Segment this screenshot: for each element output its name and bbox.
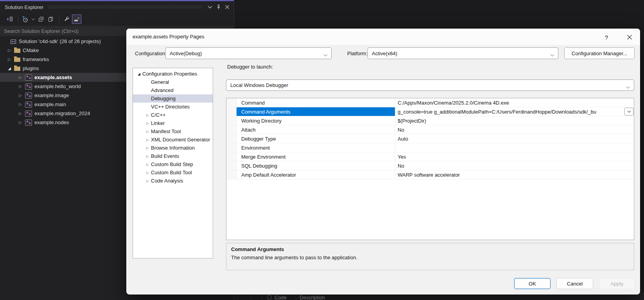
- property-value-cell[interactable]: Yes: [395, 152, 634, 161]
- drag-handle-dots[interactable]: [48, 5, 202, 9]
- property-value-cell[interactable]: C:/Apps/Maxon/Cinema/2025.2.0/Cinema 4D.…: [395, 98, 634, 107]
- platform-select[interactable]: Active(x64): [368, 47, 558, 59]
- property-value-cell[interactable]: Auto: [395, 134, 634, 143]
- category-vc-directories[interactable]: VC++ Directories: [133, 103, 213, 111]
- collapse-all-icon[interactable]: [37, 15, 45, 23]
- timeline-filter-icon[interactable]: [21, 15, 30, 23]
- folder-icon: [14, 67, 20, 71]
- property-value-cell[interactable]: No: [395, 161, 634, 170]
- cpp-project-icon: ++: [25, 74, 32, 81]
- platform-value: Active(x64): [372, 51, 397, 56]
- expander-icon[interactable]: ▷: [16, 75, 25, 80]
- property-name[interactable]: Attach: [237, 125, 395, 134]
- property-name[interactable]: Environment: [237, 143, 395, 152]
- show-all-files-icon[interactable]: [47, 15, 55, 23]
- chevron-down-icon: [626, 84, 630, 90]
- category-custom-build-step[interactable]: ▷Custom Build Step: [133, 160, 213, 168]
- property-name[interactable]: Working Directory: [237, 116, 395, 125]
- property-name[interactable]: Amp Default Accelerator: [237, 170, 395, 179]
- expander-icon[interactable]: ▷: [144, 171, 151, 175]
- property-pages-dialog: example.assets Property Pages ? Configur…: [126, 29, 640, 295]
- close-panel-icon[interactable]: [224, 4, 231, 11]
- category-general[interactable]: General: [133, 78, 213, 86]
- expander-icon[interactable]: ▷: [144, 179, 151, 183]
- expander-icon[interactable]: ▷: [144, 146, 151, 150]
- expander-icon[interactable]: ◢: [136, 72, 142, 76]
- column-header-code[interactable]: Code: [274, 295, 287, 300]
- category-manifest-tool[interactable]: ▷Manifest Tool: [133, 127, 213, 136]
- filter-dropdown-chevron-icon[interactable]: [31, 15, 36, 23]
- debugger-select[interactable]: Local Windows Debugger: [226, 80, 634, 91]
- property-grid-rows: CommandC:/Apps/Maxon/Cinema/2025.2.0/Cin…: [226, 98, 634, 240]
- expander-icon[interactable]: ▷: [16, 102, 25, 107]
- property-row-debugger-type: Debugger TypeAuto: [226, 134, 634, 143]
- cpp-project-icon: ++: [25, 101, 32, 108]
- category-xml-document-generator[interactable]: ▷XML Document Generator: [133, 136, 213, 144]
- expander-icon[interactable]: ◢: [5, 66, 14, 70]
- close-dialog-button[interactable]: [624, 32, 635, 42]
- property-name[interactable]: SQL Debugging: [237, 161, 395, 170]
- pin-icon[interactable]: [215, 4, 222, 11]
- sync-with-active-document-icon[interactable]: [5, 15, 14, 23]
- property-value: Yes: [398, 154, 406, 160]
- expander-icon[interactable]: ▷: [16, 111, 25, 116]
- category-configuration-properties[interactable]: ◢Configuration Properties: [133, 70, 213, 78]
- expander-icon[interactable]: ▷: [144, 121, 151, 125]
- dialog-title: example.assets Property Pages: [133, 34, 205, 40]
- help-button[interactable]: ?: [601, 32, 612, 42]
- expander-icon[interactable]: ▷: [5, 48, 14, 52]
- category-label: Configuration Properties: [142, 71, 197, 77]
- column-header-description[interactable]: Description: [300, 295, 325, 300]
- property-value: Auto: [398, 136, 408, 142]
- value-dropdown-button[interactable]: [624, 108, 633, 116]
- category-advanced[interactable]: Advanced: [133, 86, 213, 94]
- expander-icon[interactable]: ▷: [16, 84, 25, 89]
- preview-selected-items-icon[interactable]: [72, 14, 81, 24]
- window-menu-chevron-icon[interactable]: [206, 4, 213, 11]
- expander-icon[interactable]: ▷: [144, 163, 151, 166]
- solution-icon: [10, 38, 16, 45]
- property-value-cell[interactable]: g_console=true g_additionalModulePath=C:…: [395, 107, 634, 116]
- category-browse-information[interactable]: ▷Browse Information: [133, 144, 213, 152]
- category-linker[interactable]: ▷Linker: [133, 119, 213, 127]
- category-code-analysis[interactable]: ▷Code Analysis: [133, 177, 213, 185]
- row-gutter: [226, 143, 237, 152]
- property-row-working-directory: Working Directory$(ProjectDir): [226, 116, 634, 125]
- cancel-button[interactable]: Cancel: [556, 278, 593, 289]
- expander-icon[interactable]: ▷: [144, 130, 151, 134]
- screen: Code Description Solution Explorer: [0, 0, 644, 300]
- expander-icon[interactable]: ▷: [5, 57, 14, 61]
- property-name[interactable]: Command Arguments: [237, 107, 395, 116]
- panel-title: Solution Explorer: [5, 4, 43, 10]
- configuration-select[interactable]: Active(Debug): [165, 47, 332, 59]
- property-value-cell[interactable]: [395, 143, 634, 152]
- expander-icon[interactable]: ▷: [16, 120, 25, 125]
- row-gutter: [226, 161, 237, 170]
- configuration-manager-button[interactable]: Configuration Manager...: [564, 47, 635, 59]
- property-value-cell[interactable]: WARP software accelerator: [395, 170, 634, 179]
- expander-icon[interactable]: ▷: [144, 138, 151, 142]
- category-custom-build-tool[interactable]: ▷Custom Build Tool: [133, 168, 213, 177]
- property-row-merge-environment: Merge EnvironmentYes: [226, 152, 634, 161]
- category-label: Linker: [151, 120, 165, 126]
- property-row-amp-default-accelerator: Amp Default AcceleratorWARP software acc…: [226, 170, 634, 179]
- apply-button-disabled[interactable]: Apply: [599, 278, 635, 289]
- ok-button[interactable]: OK: [514, 278, 551, 289]
- expander-icon[interactable]: ▷: [144, 113, 151, 117]
- category-build-events[interactable]: ▷Build Events: [133, 152, 213, 160]
- category-c-c[interactable]: ▷C/C++: [133, 111, 213, 119]
- severity-column-icon: [267, 295, 271, 299]
- category-label: Custom Build Step: [151, 161, 193, 167]
- property-value-cell[interactable]: $(ProjectDir): [395, 116, 634, 125]
- property-name[interactable]: Merge Environment: [237, 152, 395, 161]
- expander-icon[interactable]: ▷: [144, 154, 151, 158]
- property-value-cell[interactable]: No: [395, 125, 634, 134]
- property-name[interactable]: Command: [237, 98, 395, 107]
- chevron-down-icon: [323, 52, 328, 58]
- properties-wrench-icon[interactable]: [62, 15, 71, 23]
- row-gutter: [226, 107, 237, 116]
- property-name[interactable]: Debugger Type: [237, 134, 395, 143]
- category-debugging[interactable]: Debugging: [133, 94, 213, 103]
- expander-icon[interactable]: ▷: [16, 93, 25, 98]
- description-title: Command Arguments: [231, 246, 634, 252]
